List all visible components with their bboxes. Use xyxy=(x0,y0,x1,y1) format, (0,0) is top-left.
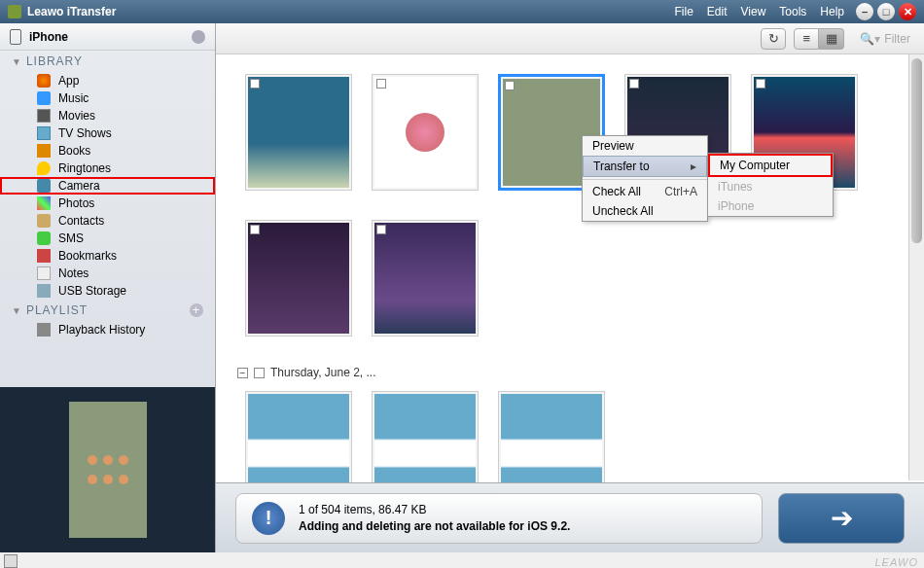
thumbnail[interactable] xyxy=(372,74,479,191)
sidebar-item-contacts[interactable]: Contacts xyxy=(0,212,215,230)
preview-panel xyxy=(0,387,215,552)
photos-icon xyxy=(37,196,51,210)
date-group-header[interactable]: − Thursday, June 2, ... xyxy=(237,366,895,379)
app-icon xyxy=(8,5,21,18)
ctx-transfer-to[interactable]: Transfer to▸ xyxy=(583,156,707,177)
playlist-header[interactable]: ▼ PLAYLIST + xyxy=(0,300,215,321)
status-bar: ! 1 of 504 items, 86.47 KB Adding and de… xyxy=(216,482,924,552)
collapse-icon[interactable]: − xyxy=(237,368,248,378)
sidebar-item-ringtones[interactable]: Ringtones xyxy=(0,160,215,177)
search-icon: 🔍▾ xyxy=(860,32,880,46)
checkbox[interactable] xyxy=(376,225,386,234)
submenu-iphone[interactable]: iPhone xyxy=(708,196,833,216)
submenu-my-computer[interactable]: My Computer xyxy=(708,154,833,177)
sidebar-item-music[interactable]: Music xyxy=(0,89,215,107)
arrow-right-icon: ➔ xyxy=(831,502,853,534)
list-view-button[interactable]: ≡ xyxy=(794,28,819,50)
status-info: ! 1 of 504 items, 86.47 KB Adding and de… xyxy=(235,493,763,544)
thumbnail[interactable] xyxy=(372,391,479,482)
group-checkbox[interactable] xyxy=(254,368,265,378)
bookmarks-icon xyxy=(37,249,51,263)
menu-bar: File Edit View Tools Help xyxy=(674,5,844,18)
menu-view[interactable]: View xyxy=(741,5,766,18)
sidebar-item-usbstorage[interactable]: USB Storage xyxy=(0,282,215,300)
footer-toggle-button[interactable] xyxy=(4,554,18,568)
eject-icon[interactable] xyxy=(192,30,205,44)
library-header[interactable]: ▼ LIBRARY xyxy=(0,51,215,72)
context-menu: Preview Transfer to▸ Check AllCtrl+A Unc… xyxy=(582,135,708,222)
tv-icon xyxy=(37,126,51,140)
checkbox[interactable] xyxy=(250,225,260,234)
thumbnail[interactable] xyxy=(372,220,479,337)
checkbox[interactable] xyxy=(756,79,765,89)
status-count: 1 of 504 items, 86.47 KB xyxy=(299,502,570,518)
app-icon xyxy=(37,74,51,88)
refresh-button[interactable]: ↻ xyxy=(761,28,786,50)
scrollbar-thumb[interactable] xyxy=(911,58,922,243)
device-name: iPhone xyxy=(29,30,192,44)
menu-help[interactable]: Help xyxy=(820,5,844,18)
music-icon xyxy=(37,91,51,105)
sidebar-item-camera[interactable]: Camera xyxy=(0,177,215,195)
sidebar-item-playback-history[interactable]: Playback History xyxy=(0,321,215,338)
checkbox[interactable] xyxy=(505,81,515,90)
thumbnail[interactable] xyxy=(245,74,352,191)
sidebar-item-notes[interactable]: Notes xyxy=(0,265,215,282)
thumbnail[interactable] xyxy=(245,391,352,482)
transfer-button[interactable]: ➔ xyxy=(778,493,905,544)
sms-icon xyxy=(37,231,51,245)
checkbox[interactable] xyxy=(629,79,639,89)
info-icon: ! xyxy=(252,502,285,535)
thumbnail[interactable] xyxy=(245,220,352,337)
collapse-icon: ▼ xyxy=(12,56,22,67)
usb-icon xyxy=(37,284,51,298)
sidebar: iPhone ▼ LIBRARY App Music Movies TV Sho… xyxy=(0,23,216,552)
preview-thumbnail xyxy=(69,402,147,538)
transfer-submenu: My Computer iTunes iPhone xyxy=(707,153,834,217)
grid-view-button[interactable]: ▦ xyxy=(819,28,844,50)
notes-icon xyxy=(37,266,51,280)
checkbox[interactable] xyxy=(250,79,260,89)
brand-watermark: LEAWO xyxy=(874,556,918,568)
title-bar: Leawo iTransfer File Edit View Tools Hel… xyxy=(0,0,924,23)
device-row[interactable]: iPhone xyxy=(0,23,215,51)
status-warning: Adding and deleting are not available fo… xyxy=(299,518,570,535)
movies-icon xyxy=(37,109,51,123)
search-placeholder: Filter xyxy=(884,32,910,46)
collapse-icon: ▼ xyxy=(12,305,22,316)
menu-tools[interactable]: Tools xyxy=(779,5,806,18)
sidebar-item-books[interactable]: Books xyxy=(0,142,215,160)
thumbnails-area: − Thursday, June 2, ... xyxy=(216,54,924,482)
contacts-icon xyxy=(37,214,51,228)
date-group-label: Thursday, June 2, ... xyxy=(270,366,376,379)
minimize-button[interactable]: – xyxy=(856,3,873,20)
menu-edit[interactable]: Edit xyxy=(707,5,728,18)
sidebar-item-app[interactable]: App xyxy=(0,72,215,89)
ctx-uncheck-all[interactable]: Uncheck All xyxy=(583,201,707,221)
thumbnail[interactable] xyxy=(498,391,605,482)
sidebar-item-tvshows[interactable]: TV Shows xyxy=(0,124,215,142)
submenu-arrow-icon: ▸ xyxy=(691,160,696,173)
sidebar-item-bookmarks[interactable]: Bookmarks xyxy=(0,247,215,265)
checkbox[interactable] xyxy=(376,79,386,89)
close-button[interactable]: ✕ xyxy=(899,3,916,20)
vertical-scrollbar[interactable] xyxy=(908,54,924,480)
menu-file[interactable]: File xyxy=(674,5,693,18)
camera-icon xyxy=(37,179,51,193)
sidebar-item-movies[interactable]: Movies xyxy=(0,107,215,124)
sidebar-item-sms[interactable]: SMS xyxy=(0,230,215,247)
ctx-preview[interactable]: Preview xyxy=(583,136,707,156)
toolbar: ↻ ≡ ▦ 🔍▾ Filter xyxy=(216,23,924,54)
device-icon xyxy=(10,29,21,45)
search-field[interactable]: 🔍▾ Filter xyxy=(860,32,910,46)
sidebar-item-photos[interactable]: Photos xyxy=(0,195,215,212)
books-icon xyxy=(37,144,51,158)
content-area: ↻ ≡ ▦ 🔍▾ Filter − xyxy=(216,23,924,552)
maximize-button[interactable]: □ xyxy=(877,3,895,20)
submenu-itunes[interactable]: iTunes xyxy=(708,177,833,196)
ctx-check-all[interactable]: Check AllCtrl+A xyxy=(583,182,707,201)
add-playlist-icon[interactable]: + xyxy=(190,303,203,317)
separator xyxy=(583,179,707,180)
app-title: Leawo iTransfer xyxy=(27,5,674,18)
playback-icon xyxy=(37,323,51,337)
